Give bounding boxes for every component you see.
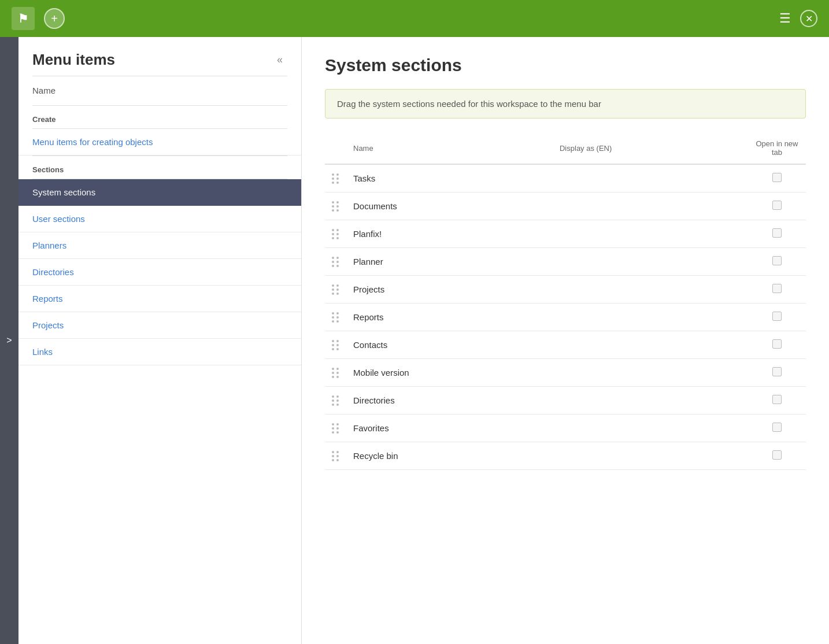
table-row: Documents [325, 193, 806, 220]
sidebar-item-links[interactable]: Links [18, 339, 301, 365]
row-name: Favorites [346, 414, 553, 442]
row-display-as[interactable] [553, 331, 748, 359]
sidebar-item-user-sections[interactable]: User sections [18, 206, 301, 232]
row-checkbox-cell[interactable] [748, 220, 806, 248]
row-display-as[interactable] [553, 276, 748, 304]
row-name: Tasks [346, 164, 553, 193]
drag-handle-cell[interactable] [325, 164, 346, 193]
drag-dots [332, 257, 339, 267]
row-checkbox-cell[interactable] [748, 359, 806, 387]
sidebar-item-planners[interactable]: Planners [18, 232, 301, 259]
drag-handle-cell[interactable] [325, 304, 346, 331]
name-label: Name [32, 86, 55, 95]
open-in-new-tab-checkbox[interactable] [772, 395, 782, 404]
row-checkbox-cell[interactable] [748, 331, 806, 359]
row-name: Documents [346, 193, 553, 220]
open-in-new-tab-checkbox[interactable] [772, 312, 782, 321]
drag-dots [332, 229, 339, 239]
sidebar-item-reports[interactable]: Reports [18, 286, 301, 312]
drag-handle-cell[interactable] [325, 276, 346, 304]
row-checkbox-cell[interactable] [748, 164, 806, 193]
table-row: Contacts [325, 331, 806, 359]
open-in-new-tab-checkbox[interactable] [772, 228, 782, 238]
open-in-new-tab-checkbox[interactable] [772, 423, 782, 432]
close-icon: ✕ [805, 13, 813, 24]
drag-dots [332, 395, 339, 406]
open-in-new-tab-checkbox[interactable] [772, 201, 782, 210]
table-row: Directories [325, 387, 806, 414]
row-display-as[interactable] [553, 387, 748, 414]
row-display-as[interactable] [553, 442, 748, 470]
menu-icon[interactable]: ☰ [779, 11, 791, 26]
open-in-new-tab-checkbox[interactable] [772, 367, 782, 376]
sections-table: Name Display as (EN) Open in new tab Tas… [325, 135, 806, 470]
row-display-as[interactable] [553, 414, 748, 442]
open-in-new-tab-checkbox[interactable] [772, 256, 782, 265]
table-row: Reports [325, 304, 806, 331]
drag-handle-cell[interactable] [325, 220, 346, 248]
main-layout: > Menu items « Name Create Menu items fo… [0, 37, 829, 644]
row-checkbox-cell[interactable] [748, 304, 806, 331]
drag-handle-cell[interactable] [325, 387, 346, 414]
open-in-new-tab-checkbox[interactable] [772, 339, 782, 349]
open-in-new-tab-checkbox[interactable] [772, 284, 782, 293]
row-checkbox-cell[interactable] [748, 387, 806, 414]
logo-icon: ⚑ [18, 12, 28, 25]
row-name: Directories [346, 387, 553, 414]
drag-handle-cell[interactable] [325, 248, 346, 276]
left-panel-content: Name Create Menu items for creating obje… [18, 76, 301, 644]
expand-icon: > [6, 335, 12, 346]
row-name: Recycle bin [346, 442, 553, 470]
open-in-new-tab-checkbox[interactable] [772, 173, 782, 182]
open-in-new-tab-checkbox[interactable] [772, 450, 782, 460]
drag-dots [332, 201, 339, 212]
drag-dots [332, 173, 339, 184]
row-name: Contacts [346, 331, 553, 359]
topbar-right: ☰ ✕ [779, 10, 817, 27]
row-checkbox-cell[interactable] [748, 276, 806, 304]
app-logo[interactable]: ⚑ [12, 7, 35, 30]
col-open-header: Open in new tab [748, 135, 806, 164]
sidebar-item-projects[interactable]: Projects [18, 312, 301, 339]
sidebar-item-system-sections[interactable]: System sections [18, 179, 301, 206]
row-checkbox-cell[interactable] [748, 414, 806, 442]
row-display-as[interactable] [553, 193, 748, 220]
row-display-as[interactable] [553, 164, 748, 193]
row-name: Planner [346, 248, 553, 276]
drag-dots [332, 451, 339, 461]
sidebar-collapse-strip[interactable]: > [0, 37, 18, 644]
col-display-header: Display as (EN) [553, 135, 748, 164]
table-row: Favorites [325, 414, 806, 442]
row-display-as[interactable] [553, 248, 748, 276]
drag-handle-cell[interactable] [325, 414, 346, 442]
sidebar-item-menu-items-creating[interactable]: Menu items for creating objects [18, 129, 301, 156]
drag-dots [332, 423, 339, 434]
sections-group-label: Sections [18, 156, 301, 179]
right-panel: System sections Drag the system sections… [302, 37, 829, 644]
drag-handle-cell[interactable] [325, 193, 346, 220]
drag-dots [332, 368, 339, 378]
close-button[interactable]: ✕ [800, 10, 817, 27]
add-button[interactable]: + [44, 8, 65, 29]
row-display-as[interactable] [553, 304, 748, 331]
row-checkbox-cell[interactable] [748, 193, 806, 220]
drag-dots [332, 340, 339, 350]
drag-dots [332, 284, 339, 295]
table-row: Planner [325, 248, 806, 276]
row-checkbox-cell[interactable] [748, 442, 806, 470]
drag-handle-cell[interactable] [325, 331, 346, 359]
col-name-header: Name [346, 135, 553, 164]
table-row: Mobile version [325, 359, 806, 387]
row-display-as[interactable] [553, 359, 748, 387]
sidebar-item-directories[interactable]: Directories [18, 259, 301, 286]
table-row: Planfix! [325, 220, 806, 248]
drag-handle-cell[interactable] [325, 359, 346, 387]
row-checkbox-cell[interactable] [748, 248, 806, 276]
row-name: Projects [346, 276, 553, 304]
table-row: Tasks [325, 164, 806, 193]
table-row: Projects [325, 276, 806, 304]
left-panel-header: Menu items « [18, 37, 301, 76]
drag-handle-cell[interactable] [325, 442, 346, 470]
collapse-button[interactable]: « [272, 51, 287, 68]
row-display-as[interactable] [553, 220, 748, 248]
